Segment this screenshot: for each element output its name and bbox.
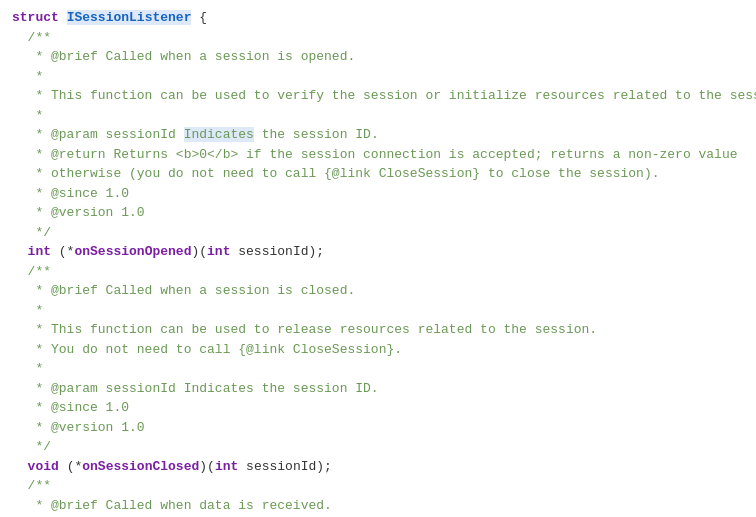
code-line-23: */ xyxy=(12,437,744,457)
code-line-19: * xyxy=(12,359,744,379)
code-line-12: */ xyxy=(12,223,744,243)
code-line-20: * @param sessionId Indicates the session… xyxy=(12,379,744,399)
code-line-14: /** xyxy=(12,262,744,282)
code-line-25: /** xyxy=(12,476,744,496)
code-line-24: void (*onSessionClosed)(int sessionId); xyxy=(12,457,744,477)
code-line-15: * @brief Called when a session is closed… xyxy=(12,281,744,301)
code-line-9: * otherwise (you do not need to call {@l… xyxy=(12,164,744,184)
code-line-7: * @param sessionId Indicates the session… xyxy=(12,125,744,145)
code-line-5: * This function can be used to verify th… xyxy=(12,86,744,106)
code-line-26: * @brief Called when data is received. xyxy=(12,496,744,516)
code-line-18: * You do not need to call {@link CloseSe… xyxy=(12,340,744,360)
code-line-4: * xyxy=(12,67,744,87)
code-line-17: * This function can be used to release r… xyxy=(12,320,744,340)
code-line-8: * @return Returns <b>0</b> if the sessio… xyxy=(12,145,744,165)
code-line-11: * @version 1.0 xyxy=(12,203,744,223)
code-line-21: * @since 1.0 xyxy=(12,398,744,418)
code-line-1: struct ISessionListener { xyxy=(12,8,744,28)
code-line-2: /** xyxy=(12,28,744,48)
code-line-22: * @version 1.0 xyxy=(12,418,744,438)
code-line-3: * @brief Called when a session is opened… xyxy=(12,47,744,67)
code-line-6: * xyxy=(12,106,744,126)
code-line-13: int (*onSessionOpened)(int sessionId); xyxy=(12,242,744,262)
code-line-10: * @since 1.0 xyxy=(12,184,744,204)
code-line-16: * xyxy=(12,301,744,321)
code-viewer: struct ISessionListener { /** * @brief C… xyxy=(0,0,756,517)
